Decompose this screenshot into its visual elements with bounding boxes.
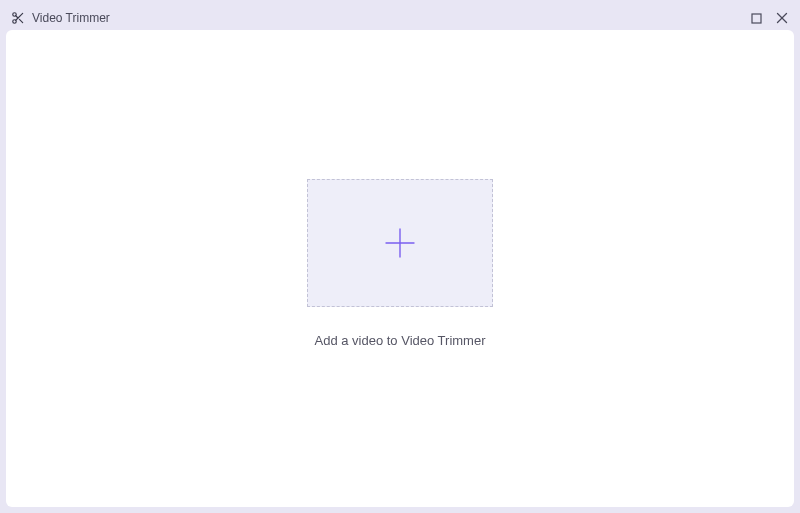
add-video-prompt: Add a video to Video Trimmer: [314, 333, 485, 348]
title-left: Video Trimmer: [10, 10, 110, 26]
close-button[interactable]: [774, 10, 790, 26]
app-title: Video Trimmer: [32, 11, 110, 25]
svg-line-3: [19, 19, 22, 22]
scissors-icon: [10, 10, 26, 26]
svg-line-4: [16, 16, 18, 18]
window-controls: [748, 10, 790, 26]
maximize-button[interactable]: [748, 10, 764, 26]
add-video-dropzone[interactable]: [307, 179, 493, 307]
plus-icon: [380, 223, 420, 263]
title-bar: Video Trimmer: [6, 6, 794, 30]
content-area: Add a video to Video Trimmer: [6, 30, 794, 507]
svg-rect-5: [752, 14, 761, 23]
